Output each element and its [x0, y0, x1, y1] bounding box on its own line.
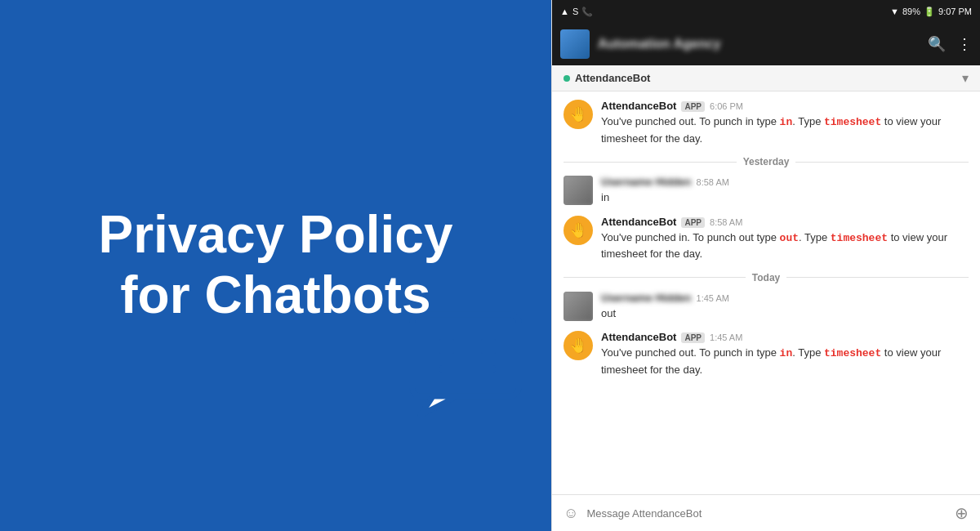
app-title: Automation Agency [598, 37, 920, 51]
status-bar: ▲ S 📞 ▼ 89% 🔋 9:07 PM [552, 0, 980, 23]
message-body: Username Hidden 8:58 AM in [601, 176, 969, 206]
message-text: You've punched in. To punch out type out… [601, 230, 969, 262]
svg-rect-0 [412, 315, 519, 396]
app-badge: APP [681, 217, 705, 228]
message-group: Username Hidden 8:58 AM in [564, 176, 969, 206]
message-group: 🤚 AttendanceBot APP 8:58 AM You've punch… [564, 216, 969, 262]
add-button[interactable]: ⊕ [955, 503, 969, 523]
sender-name: AttendanceBot [601, 331, 676, 343]
more-icon[interactable]: ⋮ [957, 35, 972, 53]
bot-avatar: 🤚 [564, 216, 593, 245]
message-input[interactable] [586, 507, 947, 520]
message-body: AttendanceBot APP 8:58 AM You've punched… [601, 216, 969, 262]
search-icon[interactable]: 🔍 [928, 35, 946, 53]
message-meta: AttendanceBot APP 6:06 PM [601, 100, 969, 112]
app-header-icons: 🔍 ⋮ [928, 35, 972, 53]
battery-icon: 🔋 [924, 7, 935, 17]
message-group: 🤚 AttendanceBot APP 6:06 PM You've punch… [564, 100, 969, 146]
user-sender-name: Username Hidden [601, 176, 692, 188]
chevron-down-icon[interactable]: ▾ [962, 70, 969, 86]
message-time: 6:06 PM [710, 101, 743, 111]
bot-avatar: 🤚 [564, 100, 593, 129]
app-badge: APP [681, 101, 705, 112]
bot-status-left: AttendanceBot [564, 72, 650, 84]
svg-rect-3 [439, 365, 496, 373]
svg-rect-1 [439, 339, 454, 354]
chat-area[interactable]: 🤚 AttendanceBot APP 6:06 PM You've punch… [552, 91, 980, 494]
date-label-today: Today [752, 272, 780, 283]
wifi-icon: ▼ [890, 7, 899, 16]
date-divider-yesterday: Yesterday [564, 156, 969, 167]
s-icon: S [572, 7, 578, 16]
svg-rect-2 [481, 339, 496, 354]
main-title: Privacy Policy for Chatbots [49, 205, 501, 325]
message-meta: AttendanceBot APP 8:58 AM [601, 216, 969, 228]
emoji-button[interactable]: ☺ [564, 505, 578, 522]
divider-line [564, 277, 746, 278]
status-bar-right: ▼ 89% 🔋 9:07 PM [890, 7, 972, 17]
bot-name: AttendanceBot [575, 72, 650, 84]
message-text: in [601, 190, 969, 206]
right-panel: ▲ S 📞 ▼ 89% 🔋 9:07 PM Automation Agency … [551, 0, 980, 531]
left-panel: Privacy Policy for Chatbots [0, 0, 551, 531]
user-sender-name: Username Hidden [601, 292, 692, 304]
sender-name: AttendanceBot [601, 216, 676, 228]
message-time: 1:45 AM [710, 332, 742, 342]
battery-text: 89% [902, 7, 920, 16]
bottom-bar: ☺ ⊕ [552, 494, 980, 531]
status-bar-left: ▲ S 📞 [560, 7, 593, 17]
message-meta: Username Hidden 1:45 AM [601, 292, 969, 304]
message-time: 8:58 AM [697, 177, 729, 187]
user-avatar [564, 176, 593, 205]
divider-line [564, 162, 737, 163]
message-group: 🤚 AttendanceBot APP 1:45 AM You've punch… [564, 331, 969, 377]
divider-line [795, 162, 969, 163]
app-header: Automation Agency 🔍 ⋮ [552, 23, 980, 65]
user-avatar [564, 292, 593, 321]
online-indicator [564, 75, 570, 82]
app-badge: APP [681, 332, 705, 343]
bot-avatar: 🤚 [564, 331, 593, 360]
date-divider-today: Today [564, 272, 969, 283]
message-time: 8:58 AM [710, 217, 742, 227]
message-text: You've punched out. To punch in type in.… [601, 345, 969, 377]
message-group: Username Hidden 1:45 AM out [564, 292, 969, 322]
sender-name: AttendanceBot [601, 100, 676, 112]
message-body: AttendanceBot APP 6:06 PM You've punched… [601, 100, 969, 146]
app-avatar [560, 29, 590, 59]
message-body: Username Hidden 1:45 AM out [601, 292, 969, 322]
time-display: 9:07 PM [938, 7, 972, 16]
message-time: 1:45 AM [697, 293, 729, 303]
chatbot-icon [408, 310, 527, 425]
message-body: AttendanceBot APP 1:45 AM You've punched… [601, 331, 969, 377]
bot-status-bar: AttendanceBot ▾ [552, 65, 980, 91]
message-meta: Username Hidden 8:58 AM [601, 176, 969, 188]
divider-line [786, 277, 969, 278]
signal-icon: ▲ [560, 7, 569, 16]
date-label-yesterday: Yesterday [743, 156, 790, 167]
phone-icon: 📞 [581, 7, 593, 17]
message-meta: AttendanceBot APP 1:45 AM [601, 331, 969, 343]
message-text: You've punched out. To punch in type in.… [601, 114, 969, 146]
message-text: out [601, 306, 969, 322]
